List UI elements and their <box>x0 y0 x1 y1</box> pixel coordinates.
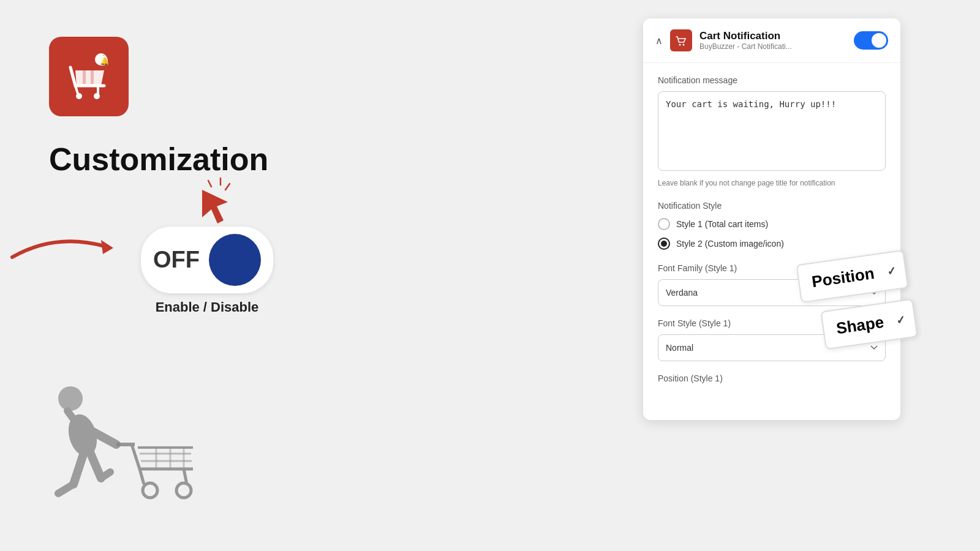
svg-line-8 <box>208 181 211 187</box>
svg-line-10 <box>225 184 230 190</box>
radio-outer-2[interactable] <box>658 238 670 250</box>
svg-rect-30 <box>674 34 688 47</box>
notification-message-label: Notification message <box>658 75 886 85</box>
svg-rect-5 <box>91 70 94 84</box>
small-cart-icon <box>674 34 688 47</box>
cart-svg-icon: 🔔 🔔 <box>64 52 113 101</box>
svg-point-2 <box>76 93 82 99</box>
person-cart-illustration <box>37 377 208 514</box>
notification-message-input[interactable] <box>658 91 886 171</box>
panel-subtitle: BuyBuzzer - Cart Notificati... <box>699 42 846 51</box>
main-toggle-switch[interactable] <box>854 31 888 50</box>
svg-line-18 <box>58 484 74 493</box>
svg-marker-12 <box>101 240 113 254</box>
person-cart-svg <box>37 377 208 512</box>
svg-text:🔔: 🔔 <box>100 56 109 66</box>
collapse-arrow-icon[interactable]: ∧ <box>655 35 663 47</box>
click-indicator <box>190 178 239 229</box>
svg-point-13 <box>58 386 83 411</box>
style-option-2-label: Style 2 (Custom image/icon) <box>676 239 784 249</box>
svg-point-32 <box>683 44 685 46</box>
hint-text: Leave blank if you not change page title… <box>658 178 886 189</box>
svg-point-31 <box>679 44 681 46</box>
toggle-knob[interactable] <box>209 234 261 286</box>
svg-point-3 <box>94 93 100 99</box>
panel-body: Notification message Leave blank if you … <box>643 63 900 402</box>
header-text-group: Cart Notification BuyBuzzer - Cart Notif… <box>699 30 846 51</box>
customization-title: Customization <box>49 141 268 178</box>
toggle-row: OFF <box>141 227 273 293</box>
position-text: Position <box>811 264 876 291</box>
notification-style-label: Notification Style <box>658 201 886 211</box>
off-toggle-bg[interactable]: OFF <box>141 227 273 293</box>
settings-panel: ∧ Cart Notification BuyBuzzer - Cart Not… <box>643 18 900 420</box>
toggle-slider[interactable] <box>854 31 888 50</box>
enable-disable-label: Enable / Disable <box>156 299 259 315</box>
app-icon: 🔔 🔔 <box>49 37 129 116</box>
radio-outer-1[interactable] <box>658 218 670 230</box>
position-label: Position (Style 1) <box>658 373 886 383</box>
style-option-1-label: Style 1 (Total cart items) <box>676 219 768 229</box>
curved-arrow-svg <box>6 220 129 269</box>
enable-disable-section: OFF Enable / Disable <box>141 227 273 315</box>
radio-inner-2 <box>661 241 667 247</box>
svg-line-19 <box>89 449 101 478</box>
off-label: OFF <box>153 247 200 273</box>
shape-text: Shape <box>835 313 884 338</box>
panel-header: ∧ Cart Notification BuyBuzzer - Cart Not… <box>643 18 900 63</box>
style-option-2[interactable]: Style 2 (Custom image/icon) <box>658 238 886 250</box>
header-cart-icon <box>670 29 692 51</box>
style-option-1[interactable]: Style 1 (Total cart items) <box>658 218 886 230</box>
svg-point-28 <box>143 483 157 498</box>
notification-style-group: Style 1 (Total cart items) Style 2 (Cust… <box>658 218 886 250</box>
svg-point-29 <box>176 483 191 498</box>
svg-marker-11 <box>202 190 228 223</box>
svg-line-20 <box>101 472 110 478</box>
panel-title: Cart Notification <box>699 30 846 42</box>
svg-rect-4 <box>83 70 86 84</box>
svg-line-17 <box>74 451 85 484</box>
sparkle-cursor-svg <box>190 178 239 227</box>
